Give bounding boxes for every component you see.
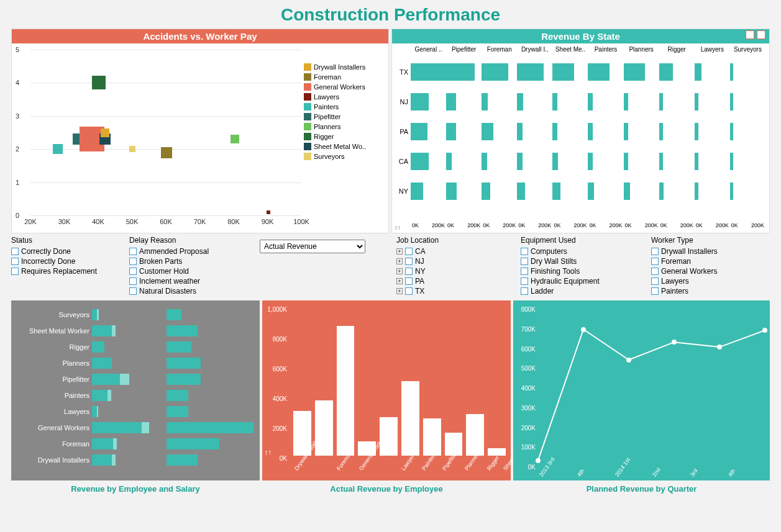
checkbox[interactable] (651, 277, 659, 285)
column-header[interactable]: Pipefitter (446, 46, 482, 57)
checkbox[interactable] (521, 258, 528, 265)
checkbox[interactable] (129, 277, 137, 285)
expand-icon[interactable]: + (396, 268, 403, 274)
bar[interactable] (411, 183, 423, 200)
filter-item[interactable]: Painters (651, 287, 770, 295)
filter-item[interactable]: Dry Wall Stilts (521, 257, 639, 266)
checkbox[interactable] (129, 287, 137, 295)
bar[interactable] (695, 63, 701, 81)
column-header[interactable]: Lawyers (695, 46, 730, 57)
bar[interactable] (92, 374, 120, 385)
bar[interactable] (730, 183, 733, 200)
bar[interactable] (730, 123, 733, 140)
bar[interactable] (112, 454, 116, 466)
bar[interactable] (92, 438, 113, 449)
filter-item[interactable]: Hydraulic Equipment (521, 277, 639, 286)
bar[interactable] (337, 326, 355, 456)
checkbox[interactable] (651, 258, 659, 265)
legend-item[interactable]: Sheet Metal Wo.. (304, 142, 385, 151)
filter-item[interactable]: Foreman (651, 257, 770, 266)
data-point[interactable] (672, 340, 677, 345)
bar[interactable] (588, 153, 592, 170)
bar[interactable] (142, 422, 149, 433)
data-point[interactable] (53, 144, 63, 154)
bar[interactable] (167, 358, 201, 369)
filter-item[interactable]: Drywall Installers (651, 247, 770, 256)
checkbox[interactable] (405, 277, 413, 285)
filter-item[interactable]: Broken Parts (129, 257, 247, 266)
bar[interactable] (167, 406, 188, 417)
column-header[interactable]: General .. (411, 46, 446, 57)
bar[interactable] (92, 325, 112, 336)
filter-item[interactable]: Ammended Proposal (129, 247, 247, 256)
bar[interactable] (92, 454, 112, 466)
expand-icon[interactable]: + (396, 248, 403, 255)
legend-item[interactable]: Pipefitter (304, 112, 385, 122)
bar[interactable] (167, 454, 198, 466)
bar[interactable] (552, 63, 573, 81)
filter-item[interactable]: General Workers (651, 267, 770, 276)
bar[interactable] (167, 438, 219, 449)
bar[interactable] (730, 63, 733, 81)
data-point[interactable] (92, 76, 106, 89)
filter-item[interactable]: +TX (396, 287, 508, 295)
bar[interactable] (695, 153, 698, 170)
bar[interactable] (624, 93, 628, 110)
bar[interactable] (659, 93, 663, 110)
row-label[interactable]: NY (392, 178, 411, 205)
checkbox[interactable] (521, 277, 528, 285)
bar[interactable] (92, 422, 142, 433)
legend-item[interactable]: Foreman (304, 72, 385, 82)
checkbox[interactable] (405, 258, 413, 265)
bar[interactable] (167, 422, 253, 433)
bar[interactable] (517, 63, 544, 81)
bar[interactable] (730, 153, 733, 170)
bar[interactable] (411, 123, 427, 140)
bar[interactable] (482, 153, 487, 170)
bar[interactable] (446, 183, 457, 200)
bar[interactable] (92, 406, 97, 417)
bar[interactable] (659, 183, 664, 200)
bar[interactable] (730, 93, 733, 110)
checkbox[interactable] (11, 248, 19, 255)
filter-item[interactable]: Lawyers (651, 277, 770, 286)
checkbox[interactable] (11, 258, 19, 265)
checkbox[interactable] (651, 248, 659, 255)
bar[interactable] (482, 93, 488, 110)
checkbox[interactable] (11, 268, 19, 275)
filter-item[interactable]: Computers (521, 247, 639, 256)
bar[interactable] (92, 390, 107, 401)
data-point[interactable] (231, 135, 239, 143)
legend-item[interactable]: Drywall Installers (304, 62, 385, 72)
filter-item[interactable]: +NJ (396, 257, 508, 266)
anchor-icon[interactable]: ↕↑ (265, 448, 272, 456)
filter-item[interactable]: Ladder (521, 287, 639, 295)
column-header[interactable]: Rigger (659, 46, 695, 57)
anchor-icon[interactable]: ↕↑ (395, 224, 401, 231)
bar[interactable] (695, 123, 698, 140)
data-point[interactable] (717, 345, 722, 349)
data-point[interactable] (762, 328, 767, 333)
bar[interactable] (552, 93, 557, 110)
bar[interactable] (107, 390, 111, 401)
legend-item[interactable]: Painters (304, 102, 385, 112)
bar[interactable] (112, 325, 116, 336)
bar[interactable] (659, 63, 674, 81)
filter-item[interactable]: Incorrectly Done (11, 257, 117, 266)
filter-item[interactable]: +CA (396, 247, 508, 256)
checkbox[interactable] (405, 287, 413, 295)
bar[interactable] (482, 123, 493, 140)
filter-item[interactable]: Natural Disasters (129, 287, 247, 295)
bar[interactable] (97, 406, 98, 417)
data-point[interactable] (536, 458, 541, 463)
bar[interactable] (446, 123, 456, 140)
row-label[interactable]: TX (392, 58, 411, 86)
legend-item[interactable]: Rigger (304, 132, 385, 142)
bar[interactable] (624, 183, 630, 200)
checkbox[interactable] (129, 248, 137, 255)
bar[interactable] (624, 63, 645, 81)
checkbox[interactable] (405, 248, 413, 255)
bar[interactable] (411, 63, 446, 81)
legend-item[interactable]: Surveyors (304, 151, 385, 161)
column-header[interactable]: Planners (624, 46, 659, 57)
